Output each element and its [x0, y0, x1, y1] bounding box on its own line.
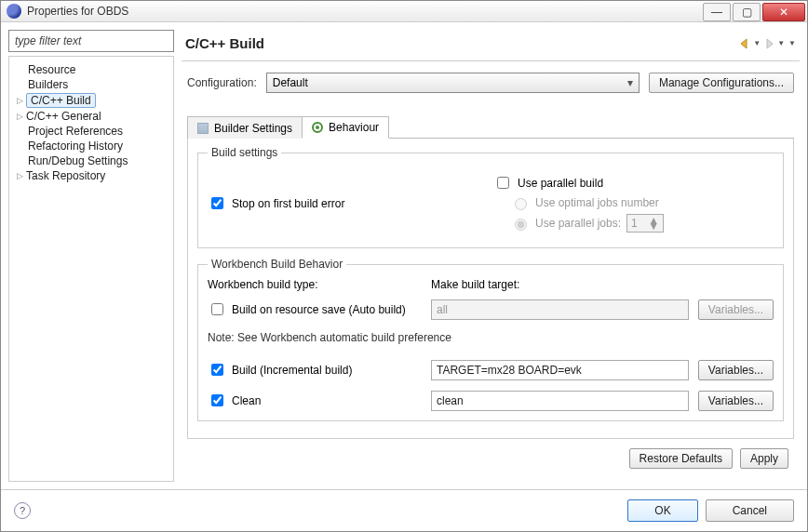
page-body: Configuration: Default ▾ Manage Configur…	[182, 61, 800, 482]
titlebar: Properties for OBDS — ▢ ✕	[1, 1, 807, 22]
forward-menu-chevron-icon[interactable]: ▼	[777, 39, 785, 47]
parallel-jobs-spinner: 1 ▲▼	[626, 214, 664, 233]
nav-tree: Resource Builders ▷C/C++ Build ▷C/C++ Ge…	[8, 56, 174, 482]
build-settings-legend: Build settings	[208, 146, 281, 159]
chevron-down-icon: ▾	[627, 76, 633, 89]
filter-input[interactable]: type filter text	[8, 30, 174, 52]
back-menu-chevron-icon[interactable]: ▼	[753, 39, 761, 47]
expand-arrow-icon[interactable]: ▷	[15, 112, 24, 121]
autobuild-checkbox[interactable]	[211, 303, 223, 315]
restore-defaults-button[interactable]: Restore Defaults	[629, 448, 733, 469]
build-settings-row: Stop on first build error Use parallel b…	[208, 170, 774, 236]
tree-item-refactoring-history[interactable]: Refactoring History	[13, 139, 169, 153]
use-parallel-build-checkbox[interactable]	[497, 177, 509, 189]
tab-strip: Builder Settings Behaviour	[187, 115, 794, 139]
dialog-content: type filter text Resource Builders ▷C/C+…	[1, 22, 807, 489]
clean-target-field[interactable]	[431, 391, 689, 411]
autobuild-variables-button: Variables...	[698, 299, 774, 320]
stop-on-error-label: Stop on first build error	[232, 197, 344, 210]
spinner-buttons-icon: ▲▼	[648, 218, 659, 229]
cancel-button[interactable]: Cancel	[706, 499, 794, 522]
back-arrow-icon[interactable]	[738, 37, 751, 50]
help-icon[interactable]: ?	[14, 502, 31, 519]
clean-checkbox[interactable]	[211, 394, 223, 406]
ok-button[interactable]: OK	[627, 499, 697, 522]
behaviour-icon	[312, 122, 323, 133]
window-controls: — ▢ ✕	[703, 1, 807, 21]
stop-on-error-checkbox[interactable]	[211, 197, 223, 209]
build-type-header: Workbench build type:	[208, 278, 422, 291]
minimize-button[interactable]: —	[703, 3, 731, 21]
optimal-jobs-radio	[515, 198, 527, 210]
tab-behaviour[interactable]: Behaviour	[302, 116, 389, 139]
clean-label: Clean	[232, 394, 261, 407]
incremental-variables-button[interactable]: Variables...	[698, 360, 774, 380]
configuration-label: Configuration:	[187, 76, 257, 89]
build-target-header: Make build target:	[431, 278, 689, 291]
document-icon	[197, 123, 209, 134]
workbench-build-group: Workbench Build Behavior Workbench build…	[197, 258, 784, 421]
autobuild-note: Note: See Workbench automatic build pref…	[208, 331, 774, 344]
build-settings-group: Build settings Stop on first build error…	[197, 146, 784, 248]
parallel-jobs-radio	[515, 219, 527, 231]
page-buttons: Restore Defaults Apply	[187, 439, 794, 478]
apply-button[interactable]: Apply	[740, 448, 788, 469]
dialog-footer: ? OK Cancel	[1, 489, 807, 531]
tree-item-task-repository[interactable]: ▷Task Repository	[13, 168, 169, 183]
incremental-build-label: Build (Incremental build)	[232, 364, 352, 377]
expand-arrow-icon[interactable]: ▷	[15, 171, 24, 180]
main-panel: C/C++ Build ▼ ▼ ▼ Configuration: Default…	[182, 30, 800, 482]
behaviour-panel: Build settings Stop on first build error…	[187, 139, 794, 439]
workbench-build-legend: Workbench Build Behavior	[208, 258, 346, 271]
eclipse-icon	[7, 4, 21, 19]
close-button[interactable]: ✕	[762, 3, 805, 21]
maximize-button[interactable]: ▢	[733, 3, 761, 21]
configuration-select[interactable]: Default ▾	[266, 73, 640, 93]
properties-dialog: Properties for OBDS — ▢ ✕ type filter te…	[0, 0, 808, 532]
use-parallel-build-label: Use parallel build	[518, 177, 603, 190]
autobuild-label: Build on resource save (Auto build)	[232, 303, 406, 316]
tree-item-builders[interactable]: Builders	[13, 77, 169, 92]
tree-item-run-debug-settings[interactable]: Run/Debug Settings	[13, 153, 169, 168]
optimal-jobs-label: Use optimal jobs number	[535, 196, 659, 209]
tree-item-project-references[interactable]: Project References	[13, 124, 169, 139]
window-title: Properties for OBDS	[27, 5, 703, 18]
sidebar: type filter text Resource Builders ▷C/C+…	[8, 30, 174, 482]
configuration-row: Configuration: Default ▾ Manage Configur…	[187, 73, 794, 93]
parallel-jobs-label: Use parallel jobs:	[535, 217, 621, 230]
tree-item-resource[interactable]: Resource	[13, 62, 169, 77]
autobuild-target-field	[431, 299, 689, 320]
tab-builder-settings[interactable]: Builder Settings	[187, 116, 303, 139]
tree-item-ccpp-build[interactable]: ▷C/C++ Build	[13, 92, 169, 109]
page-header: C/C++ Build ▼ ▼ ▼	[182, 30, 800, 61]
incremental-build-checkbox[interactable]	[211, 364, 223, 376]
view-menu-chevron-icon[interactable]: ▼	[788, 39, 796, 47]
tree-item-ccpp-general[interactable]: ▷C/C++ General	[13, 109, 169, 124]
clean-variables-button[interactable]: Variables...	[698, 391, 774, 411]
forward-arrow-icon	[762, 37, 775, 50]
page-title: C/C++ Build	[185, 35, 736, 51]
incremental-target-field[interactable]	[431, 360, 689, 380]
manage-configurations-button[interactable]: Manage Configurations...	[649, 73, 794, 93]
expand-arrow-icon[interactable]: ▷	[15, 96, 24, 105]
